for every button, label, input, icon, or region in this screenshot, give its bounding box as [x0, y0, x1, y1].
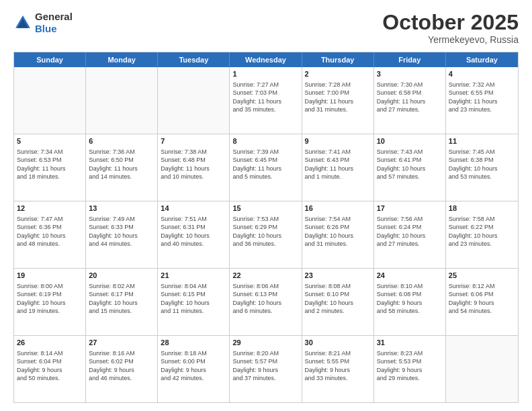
day-number: 4: [449, 69, 515, 79]
day-number: 9: [305, 136, 371, 146]
cell-content: Sunrise: 7:49 AMSunset: 6:33 PMDaylight:…: [89, 215, 154, 248]
day-number: 28: [161, 338, 226, 348]
day-number: 10: [377, 136, 443, 146]
calendar-week-2: 5Sunrise: 7:34 AMSunset: 6:53 PMDaylight…: [14, 134, 518, 201]
logo-icon: [13, 13, 32, 32]
calendar-cell: 8Sunrise: 7:39 AMSunset: 6:45 PMDaylight…: [230, 134, 302, 201]
cell-content: Sunrise: 8:16 AMSunset: 6:02 PMDaylight:…: [89, 349, 154, 383]
day-number: 25: [449, 271, 515, 281]
calendar-cell: 3Sunrise: 7:30 AMSunset: 6:58 PMDaylight…: [374, 67, 446, 134]
day-number: 29: [232, 338, 298, 348]
day-number: 12: [17, 203, 83, 214]
day-number: 3: [377, 69, 443, 79]
calendar-cell: 6Sunrise: 7:36 AMSunset: 6:50 PMDaylight…: [86, 134, 158, 201]
cell-content: Sunrise: 8:18 AMSunset: 6:00 PMDaylight:…: [161, 349, 226, 383]
calendar-week-1: 1Sunrise: 7:27 AMSunset: 7:03 PMDaylight…: [14, 67, 518, 134]
cell-content: Sunrise: 7:38 AMSunset: 6:48 PMDaylight:…: [161, 148, 226, 181]
day-number: 15: [232, 203, 298, 214]
calendar-week-5: 26Sunrise: 8:14 AMSunset: 6:04 PMDayligh…: [14, 335, 518, 402]
day-number: 30: [305, 338, 371, 348]
cell-content: Sunrise: 7:27 AMSunset: 7:03 PMDaylight:…: [232, 81, 298, 114]
cell-content: Sunrise: 7:28 AMSunset: 7:00 PMDaylight:…: [305, 81, 371, 114]
calendar-cell: 26Sunrise: 8:14 AMSunset: 6:04 PMDayligh…: [14, 336, 86, 402]
calendar-week-4: 19Sunrise: 8:00 AMSunset: 6:19 PMDayligh…: [14, 268, 518, 335]
day-number: 8: [232, 136, 298, 146]
cell-content: Sunrise: 8:02 AMSunset: 6:17 PMDaylight:…: [89, 282, 154, 316]
header: General Blue October 2025 Yermekeyevo, R…: [13, 11, 519, 45]
cell-content: Sunrise: 8:21 AMSunset: 5:55 PMDaylight:…: [305, 349, 371, 383]
calendar-cell: 19Sunrise: 8:00 AMSunset: 6:19 PMDayligh…: [14, 269, 86, 335]
day-number: 11: [449, 136, 515, 146]
calendar-cell: 25Sunrise: 8:12 AMSunset: 6:06 PMDayligh…: [446, 269, 518, 335]
calendar-cell: [158, 67, 230, 134]
calendar-cell: 28Sunrise: 8:18 AMSunset: 6:00 PMDayligh…: [158, 336, 230, 402]
cell-content: Sunrise: 7:30 AMSunset: 6:58 PMDaylight:…: [377, 81, 443, 114]
header-day-friday: Friday: [374, 52, 446, 67]
day-number: 1: [232, 69, 298, 79]
cell-content: Sunrise: 7:58 AMSunset: 6:22 PMDaylight:…: [449, 215, 515, 248]
calendar-cell: 22Sunrise: 8:06 AMSunset: 6:13 PMDayligh…: [230, 269, 302, 335]
calendar-cell: 31Sunrise: 8:23 AMSunset: 5:53 PMDayligh…: [374, 336, 446, 402]
cell-content: Sunrise: 7:54 AMSunset: 6:26 PMDaylight:…: [305, 215, 371, 248]
cell-content: Sunrise: 8:08 AMSunset: 6:10 PMDaylight:…: [305, 282, 371, 316]
day-number: 26: [17, 338, 83, 348]
day-number: 13: [89, 203, 154, 214]
calendar-cell: 30Sunrise: 8:21 AMSunset: 5:55 PMDayligh…: [302, 336, 374, 402]
calendar-cell: 4Sunrise: 7:32 AMSunset: 6:55 PMDaylight…: [446, 67, 518, 134]
calendar-cell: 15Sunrise: 7:53 AMSunset: 6:29 PMDayligh…: [230, 201, 302, 268]
cell-content: Sunrise: 7:51 AMSunset: 6:31 PMDaylight:…: [161, 215, 226, 248]
cell-content: Sunrise: 7:43 AMSunset: 6:41 PMDaylight:…: [377, 148, 443, 181]
page: General Blue October 2025 Yermekeyevo, R…: [0, 0, 532, 411]
calendar-cell: 14Sunrise: 7:51 AMSunset: 6:31 PMDayligh…: [158, 201, 230, 268]
title-block: October 2025 Yermekeyevo, Russia: [382, 11, 519, 45]
header-day-thursday: Thursday: [302, 52, 374, 67]
month-title: October 2025: [382, 11, 519, 34]
cell-content: Sunrise: 7:32 AMSunset: 6:55 PMDaylight:…: [449, 81, 515, 114]
cell-content: Sunrise: 8:23 AMSunset: 5:53 PMDaylight:…: [377, 349, 443, 383]
calendar-cell: 10Sunrise: 7:43 AMSunset: 6:41 PMDayligh…: [374, 134, 446, 201]
calendar-cell: 23Sunrise: 8:08 AMSunset: 6:10 PMDayligh…: [302, 269, 374, 335]
cell-content: Sunrise: 7:41 AMSunset: 6:43 PMDaylight:…: [305, 148, 371, 181]
calendar-cell: 12Sunrise: 7:47 AMSunset: 6:36 PMDayligh…: [14, 201, 86, 268]
day-number: 18: [449, 203, 515, 214]
calendar-cell: 16Sunrise: 7:54 AMSunset: 6:26 PMDayligh…: [302, 201, 374, 268]
calendar-cell: 11Sunrise: 7:45 AMSunset: 6:38 PMDayligh…: [446, 134, 518, 201]
cell-content: Sunrise: 7:56 AMSunset: 6:24 PMDaylight:…: [377, 215, 443, 248]
calendar-cell: 29Sunrise: 8:20 AMSunset: 5:57 PMDayligh…: [230, 336, 302, 402]
cell-content: Sunrise: 7:47 AMSunset: 6:36 PMDaylight:…: [17, 215, 83, 248]
cell-content: Sunrise: 8:06 AMSunset: 6:13 PMDaylight:…: [232, 282, 298, 316]
calendar-cell: 17Sunrise: 7:56 AMSunset: 6:24 PMDayligh…: [374, 201, 446, 268]
calendar-cell: 24Sunrise: 8:10 AMSunset: 6:08 PMDayligh…: [374, 269, 446, 335]
cell-content: Sunrise: 7:34 AMSunset: 6:53 PMDaylight:…: [17, 148, 83, 181]
calendar-cell: 5Sunrise: 7:34 AMSunset: 6:53 PMDaylight…: [14, 134, 86, 201]
header-day-wednesday: Wednesday: [230, 52, 302, 67]
day-number: 7: [161, 136, 226, 146]
day-number: 17: [377, 203, 443, 214]
cell-content: Sunrise: 7:36 AMSunset: 6:50 PMDaylight:…: [89, 148, 154, 181]
cell-content: Sunrise: 8:20 AMSunset: 5:57 PMDaylight:…: [232, 349, 298, 383]
calendar-week-3: 12Sunrise: 7:47 AMSunset: 6:36 PMDayligh…: [14, 201, 518, 268]
cell-content: Sunrise: 8:14 AMSunset: 6:04 PMDaylight:…: [17, 349, 83, 383]
calendar-cell: [86, 67, 158, 134]
calendar-cell: 27Sunrise: 8:16 AMSunset: 6:02 PMDayligh…: [86, 336, 158, 402]
calendar-body: 1Sunrise: 7:27 AMSunset: 7:03 PMDaylight…: [14, 67, 518, 402]
cell-content: Sunrise: 7:53 AMSunset: 6:29 PMDaylight:…: [232, 215, 298, 248]
calendar-cell: 7Sunrise: 7:38 AMSunset: 6:48 PMDaylight…: [158, 134, 230, 201]
logo-blue: Blue: [35, 23, 57, 34]
day-number: 16: [305, 203, 371, 214]
day-number: 19: [17, 271, 83, 281]
day-number: 14: [161, 203, 226, 214]
calendar: SundayMondayTuesdayWednesdayThursdayFrid…: [13, 52, 519, 403]
cell-content: Sunrise: 8:12 AMSunset: 6:06 PMDaylight:…: [449, 282, 515, 316]
day-number: 5: [17, 136, 83, 146]
day-number: 23: [305, 271, 371, 281]
cell-content: Sunrise: 8:04 AMSunset: 6:15 PMDaylight:…: [161, 282, 226, 316]
header-day-tuesday: Tuesday: [158, 52, 230, 67]
cell-content: Sunrise: 8:00 AMSunset: 6:19 PMDaylight:…: [17, 282, 83, 316]
calendar-cell: 2Sunrise: 7:28 AMSunset: 7:00 PMDaylight…: [302, 67, 374, 134]
day-number: 6: [89, 136, 154, 146]
location-title: Yermekeyevo, Russia: [382, 34, 519, 45]
header-day-monday: Monday: [86, 52, 158, 67]
calendar-cell: [14, 67, 86, 134]
calendar-cell: 9Sunrise: 7:41 AMSunset: 6:43 PMDaylight…: [302, 134, 374, 201]
